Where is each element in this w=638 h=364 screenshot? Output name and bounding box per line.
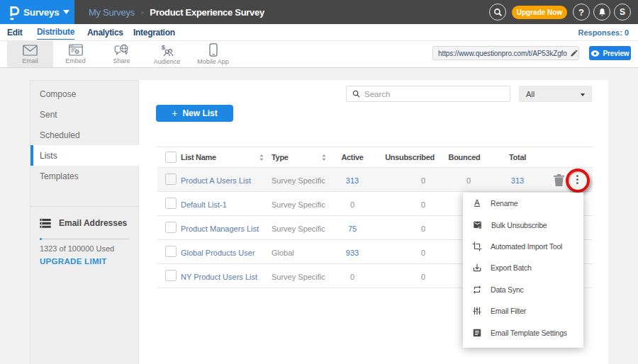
svg-text:$: $ xyxy=(162,44,166,51)
